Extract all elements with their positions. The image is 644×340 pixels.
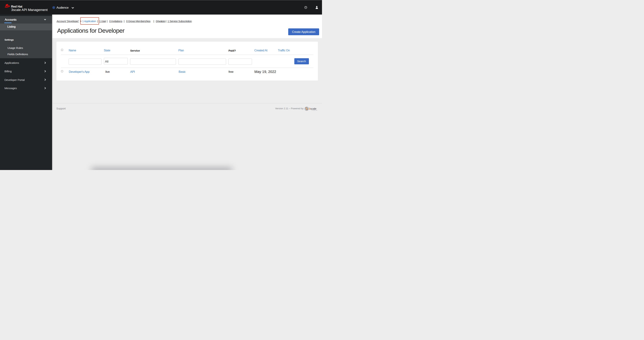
svg-text:BY RED HAT: BY RED HAT <box>312 110 317 111</box>
svg-text:scale: scale <box>310 107 316 110</box>
svg-text:3: 3 <box>308 107 310 110</box>
